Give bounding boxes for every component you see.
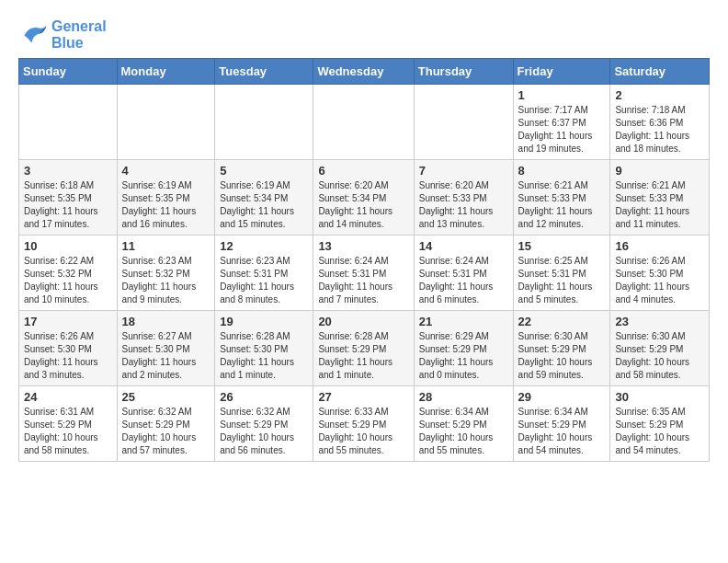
day-info: Sunrise: 6:21 AM Sunset: 5:33 PM Dayligh… (615, 179, 704, 231)
day-info: Sunrise: 7:18 AM Sunset: 6:36 PM Dayligh… (615, 104, 704, 155)
week-row-4: 17Sunrise: 6:26 AM Sunset: 5:30 PM Dayli… (19, 311, 710, 386)
day-number: 13 (318, 239, 408, 253)
day-info: Sunrise: 6:27 AM Sunset: 5:30 PM Dayligh… (122, 330, 210, 382)
day-number: 29 (518, 390, 606, 404)
day-info: Sunrise: 6:29 AM Sunset: 5:29 PM Dayligh… (419, 330, 508, 382)
day-number: 9 (615, 164, 704, 178)
calendar-cell-3 (215, 85, 313, 160)
day-info: Sunrise: 6:35 AM Sunset: 5:29 PM Dayligh… (615, 406, 704, 457)
logo-icon (18, 22, 48, 48)
calendar-cell-27: 22Sunrise: 6:30 AM Sunset: 5:29 PM Dayli… (513, 311, 610, 386)
calendar-cell-6: 1Sunrise: 7:17 AM Sunset: 6:37 PM Daylig… (513, 85, 610, 160)
day-info: Sunrise: 7:17 AM Sunset: 6:37 PM Dayligh… (518, 104, 606, 155)
day-info: Sunrise: 6:34 AM Sunset: 5:29 PM Dayligh… (419, 406, 508, 457)
day-number: 12 (220, 239, 308, 253)
calendar-cell-34: 29Sunrise: 6:34 AM Sunset: 5:29 PM Dayli… (513, 386, 610, 462)
day-info: Sunrise: 6:31 AM Sunset: 5:29 PM Dayligh… (24, 406, 112, 457)
calendar-cell-5 (414, 85, 513, 160)
calendar-cell-32: 27Sunrise: 6:33 AM Sunset: 5:29 PM Dayli… (313, 386, 414, 462)
calendar-cell-2 (117, 85, 215, 160)
calendar-cell-24: 19Sunrise: 6:28 AM Sunset: 5:30 PM Dayli… (215, 311, 313, 386)
day-number: 11 (122, 239, 210, 253)
calendar-cell-15: 10Sunrise: 6:22 AM Sunset: 5:32 PM Dayli… (19, 236, 118, 311)
day-number: 20 (318, 315, 408, 328)
calendar-cell-29: 24Sunrise: 6:31 AM Sunset: 5:29 PM Dayli… (19, 386, 118, 462)
day-number: 4 (122, 164, 210, 178)
calendar-cell-9: 4Sunrise: 6:19 AM Sunset: 5:35 PM Daylig… (117, 160, 215, 236)
day-number: 22 (518, 315, 606, 328)
day-number: 5 (220, 164, 308, 178)
day-info: Sunrise: 6:18 AM Sunset: 5:35 PM Dayligh… (24, 179, 112, 231)
calendar-cell-14: 9Sunrise: 6:21 AM Sunset: 5:33 PM Daylig… (610, 160, 710, 236)
day-number: 27 (318, 390, 408, 404)
header-thursday: Thursday (414, 59, 513, 85)
calendar-cell-22: 17Sunrise: 6:26 AM Sunset: 5:30 PM Dayli… (19, 311, 118, 386)
day-info: Sunrise: 6:25 AM Sunset: 5:31 PM Dayligh… (518, 255, 606, 306)
day-number: 2 (615, 88, 704, 102)
week-row-3: 10Sunrise: 6:22 AM Sunset: 5:32 PM Dayli… (19, 236, 710, 311)
header-tuesday: Tuesday (215, 59, 313, 85)
week-row-1: 1Sunrise: 7:17 AM Sunset: 6:37 PM Daylig… (19, 85, 710, 160)
calendar-cell-21: 16Sunrise: 6:26 AM Sunset: 5:30 PM Dayli… (610, 236, 710, 311)
day-info: Sunrise: 6:24 AM Sunset: 5:31 PM Dayligh… (419, 255, 508, 306)
logo-text: General Blue (51, 18, 107, 51)
day-info: Sunrise: 6:34 AM Sunset: 5:29 PM Dayligh… (518, 406, 606, 457)
calendar-cell-20: 15Sunrise: 6:25 AM Sunset: 5:31 PM Dayli… (513, 236, 610, 311)
day-number: 21 (419, 315, 508, 328)
day-info: Sunrise: 6:28 AM Sunset: 5:29 PM Dayligh… (318, 330, 408, 382)
day-info: Sunrise: 6:32 AM Sunset: 5:29 PM Dayligh… (122, 406, 210, 457)
week-row-5: 24Sunrise: 6:31 AM Sunset: 5:29 PM Dayli… (19, 386, 710, 462)
calendar-cell-4 (313, 85, 414, 160)
day-number: 19 (220, 315, 308, 328)
day-info: Sunrise: 6:30 AM Sunset: 5:29 PM Dayligh… (615, 330, 704, 382)
day-number: 8 (518, 164, 606, 178)
calendar-cell-8: 3Sunrise: 6:18 AM Sunset: 5:35 PM Daylig… (19, 160, 118, 236)
calendar-cell-26: 21Sunrise: 6:29 AM Sunset: 5:29 PM Dayli… (414, 311, 513, 386)
calendar-cell-10: 5Sunrise: 6:19 AM Sunset: 5:34 PM Daylig… (215, 160, 313, 236)
day-info: Sunrise: 6:26 AM Sunset: 5:30 PM Dayligh… (24, 330, 112, 382)
day-number: 28 (419, 390, 508, 404)
day-info: Sunrise: 6:19 AM Sunset: 5:34 PM Dayligh… (220, 179, 308, 231)
calendar-cell-11: 6Sunrise: 6:20 AM Sunset: 5:34 PM Daylig… (313, 160, 414, 236)
day-info: Sunrise: 6:19 AM Sunset: 5:35 PM Dayligh… (122, 179, 210, 231)
calendar-cell-1 (19, 85, 118, 160)
header-saturday: Saturday (610, 59, 710, 85)
logo: General Blue (18, 18, 107, 51)
day-number: 1 (518, 88, 606, 102)
calendar-cell-13: 8Sunrise: 6:21 AM Sunset: 5:33 PM Daylig… (513, 160, 610, 236)
day-info: Sunrise: 6:23 AM Sunset: 5:31 PM Dayligh… (220, 255, 308, 306)
day-info: Sunrise: 6:26 AM Sunset: 5:30 PM Dayligh… (615, 255, 704, 306)
day-number: 14 (419, 239, 508, 253)
day-number: 18 (122, 315, 210, 328)
calendar-cell-7: 2Sunrise: 7:18 AM Sunset: 6:36 PM Daylig… (610, 85, 710, 160)
calendar-cell-12: 7Sunrise: 6:20 AM Sunset: 5:33 PM Daylig… (414, 160, 513, 236)
day-info: Sunrise: 6:23 AM Sunset: 5:32 PM Dayligh… (122, 255, 210, 306)
day-number: 10 (24, 239, 112, 253)
day-number: 25 (122, 390, 210, 404)
calendar-cell-31: 26Sunrise: 6:32 AM Sunset: 5:29 PM Dayli… (215, 386, 313, 462)
day-number: 17 (24, 315, 112, 328)
calendar-cell-18: 13Sunrise: 6:24 AM Sunset: 5:31 PM Dayli… (313, 236, 414, 311)
calendar-cell-17: 12Sunrise: 6:23 AM Sunset: 5:31 PM Dayli… (215, 236, 313, 311)
header-friday: Friday (513, 59, 610, 85)
day-number: 24 (24, 390, 112, 404)
day-info: Sunrise: 6:32 AM Sunset: 5:29 PM Dayligh… (220, 406, 308, 457)
day-number: 6 (318, 164, 408, 178)
day-info: Sunrise: 6:30 AM Sunset: 5:29 PM Dayligh… (518, 330, 606, 382)
day-number: 7 (419, 164, 508, 178)
header-sunday: Sunday (19, 59, 118, 85)
day-info: Sunrise: 6:28 AM Sunset: 5:30 PM Dayligh… (220, 330, 308, 382)
calendar-cell-28: 23Sunrise: 6:30 AM Sunset: 5:29 PM Dayli… (610, 311, 710, 386)
day-number: 23 (615, 315, 704, 328)
page-header: General Blue (18, 18, 710, 51)
day-info: Sunrise: 6:22 AM Sunset: 5:32 PM Dayligh… (24, 255, 112, 306)
week-row-2: 3Sunrise: 6:18 AM Sunset: 5:35 PM Daylig… (19, 160, 710, 236)
day-info: Sunrise: 6:33 AM Sunset: 5:29 PM Dayligh… (318, 406, 408, 457)
day-number: 26 (220, 390, 308, 404)
day-number: 3 (24, 164, 112, 178)
day-info: Sunrise: 6:20 AM Sunset: 5:33 PM Dayligh… (419, 179, 508, 231)
day-number: 30 (615, 390, 704, 404)
calendar-cell-16: 11Sunrise: 6:23 AM Sunset: 5:32 PM Dayli… (117, 236, 215, 311)
calendar-table: SundayMondayTuesdayWednesdayThursdayFrid… (18, 58, 710, 462)
day-info: Sunrise: 6:20 AM Sunset: 5:34 PM Dayligh… (318, 179, 408, 231)
